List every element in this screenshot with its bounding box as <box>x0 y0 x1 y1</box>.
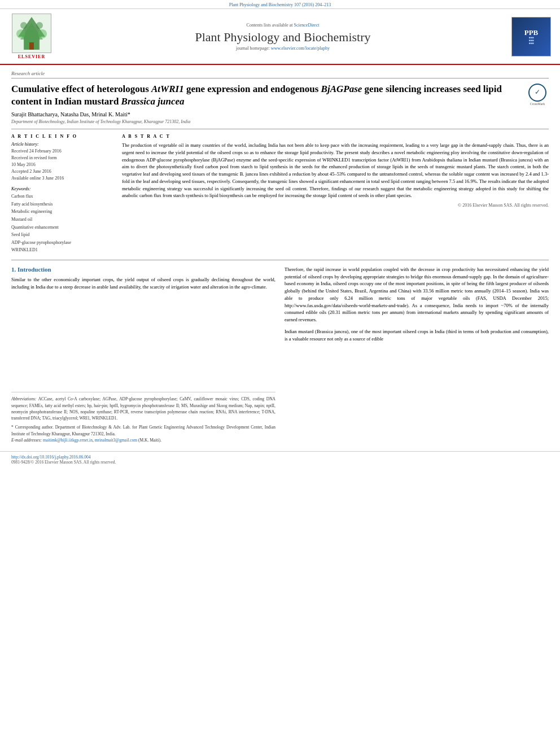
svg-point-5 <box>38 29 47 38</box>
section-divider <box>11 260 549 260</box>
crossmark-icon: ✓ <box>528 84 546 102</box>
svg-point-6 <box>20 22 27 29</box>
article-type-label: Research article <box>11 71 549 78</box>
main-content: Research article Cumulative effect of he… <box>0 65 560 449</box>
article-info-column: A R T I C L E I N F O Article history: R… <box>11 134 113 254</box>
article-title-section: Cumulative effect of heterologous AtWRI1… <box>11 83 549 108</box>
intro-para-1-left: Similar to the other economically import… <box>11 276 275 291</box>
doi-link[interactable]: http://dx.doi.org/10.1016/j.plaphy.2016.… <box>11 455 90 460</box>
body-section: 1. Introduction Similar to the other eco… <box>11 266 549 443</box>
intro-para-1-right: Therefore, the rapid increase in world p… <box>285 266 549 324</box>
authors-line: Surajit Bhattacharya, Natasha Das, Mrina… <box>11 111 549 117</box>
article-history-block: Article history: Received 24 February 20… <box>11 142 113 182</box>
email-block: E-mail addresses: maitimk@hijli.iitkgp.e… <box>11 437 275 443</box>
abstract-column: A B S T R A C T The production of vegeta… <box>122 134 549 254</box>
available-date: Available online 3 June 2016 <box>11 175 113 182</box>
bottom-bar: http://dx.doi.org/10.1016/j.plaphy.2016.… <box>0 451 560 468</box>
citation-text: Plant Physiology and Biochemistry 107 (2… <box>229 2 331 7</box>
received-date: Received 24 February 2016 <box>11 148 113 155</box>
introduction-heading: 1. Introduction <box>11 266 275 273</box>
article-title: Cumulative effect of heterologous AtWRI1… <box>11 83 520 108</box>
affiliation-line: Department of Biotechnology, Indian Inst… <box>11 119 549 124</box>
ppb-logo: PPB ■■■■■■■■■ <box>511 17 551 56</box>
intro-para-2-right: Indian mustard (Brassica juncea), one of… <box>285 328 549 343</box>
keyword-3: Metabolic engineering <box>11 208 113 216</box>
svg-rect-3 <box>29 42 34 50</box>
journal-tree-image <box>12 14 51 53</box>
keyword-5: Quantitative enhancement <box>11 224 113 231</box>
keyword-7: ADP-glucose pyrophosphorylase <box>11 239 113 247</box>
copyright-line: © 2016 Elsevier Masson SAS. All rights r… <box>122 203 549 208</box>
article-info-heading: A R T I C L E I N F O <box>11 134 113 139</box>
science-direct-link[interactable]: ScienceDirect <box>294 23 320 28</box>
keyword-2: Fatty acid biosynthesis <box>11 200 113 208</box>
journal-header: ELSEVIER Contents lists available at Sci… <box>0 9 560 65</box>
keywords-heading: Keywords: <box>11 186 113 191</box>
article-meta-section: A R T I C L E I N F O Article history: R… <box>11 129 549 254</box>
email-link-1[interactable]: maitimk@hijli.iitkgp.ernet.in <box>43 438 93 443</box>
issn-text: 0981-9428/© 2016 Elsevier Masson SAS. Al… <box>11 460 116 465</box>
corresponding-author-block: * Corresponding author. Department of Bi… <box>11 424 275 437</box>
accepted-date: Accepted 2 June 2016 <box>11 168 113 175</box>
revised-label: Received in revised form <box>11 155 113 161</box>
journal-center-info: Contents lists available at ScienceDirec… <box>60 23 506 51</box>
keyword-1: Carbon flux <box>11 193 113 200</box>
crossmark-badge: ✓ CrossMark <box>526 83 549 106</box>
history-subheading: Article history: <box>11 142 113 147</box>
svg-point-4 <box>16 29 25 38</box>
journal-citation: Plant Physiology and Biochemistry 107 (2… <box>0 0 560 9</box>
email-link-2[interactable]: mrinalmait3@gmail.com <box>95 438 137 443</box>
abstract-heading: A B S T R A C T <box>122 134 549 139</box>
elsevier-logo-section: ELSEVIER <box>9 14 54 59</box>
svg-point-7 <box>36 22 43 29</box>
keywords-block: Keywords: Carbon flux Fatty acid biosynt… <box>11 186 113 254</box>
footnote-section: Abbreviations: ACCase, acetyl Co-A carbo… <box>11 392 275 443</box>
body-left-column: 1. Introduction Similar to the other eco… <box>11 266 275 443</box>
keyword-8: WRINKLED1 <box>11 246 113 254</box>
keyword-4: Mustard oil <box>11 216 113 224</box>
abstract-text: The production of vegetable oil in many … <box>122 142 549 199</box>
journal-homepage-line: journal homepage: www.elsevier.com/locat… <box>60 46 506 51</box>
crossmark-label: CrossMark <box>530 102 545 106</box>
elsevier-wordmark: ELSEVIER <box>18 54 45 59</box>
journal-title: Plant Physiology and Biochemistry <box>60 30 506 45</box>
keyword-6: Seed lipid <box>11 231 113 239</box>
journal-homepage-link[interactable]: www.elsevier.com/locate/plaphy <box>271 46 330 51</box>
science-direct-line: Contents lists available at ScienceDirec… <box>60 23 506 28</box>
revised-date: 10 May 2016 <box>11 161 113 168</box>
abbreviations-block: Abbreviations: ACCase, acetyl Co-A carbo… <box>11 396 275 421</box>
body-right-column: Therefore, the rapid increase in world p… <box>285 266 549 443</box>
